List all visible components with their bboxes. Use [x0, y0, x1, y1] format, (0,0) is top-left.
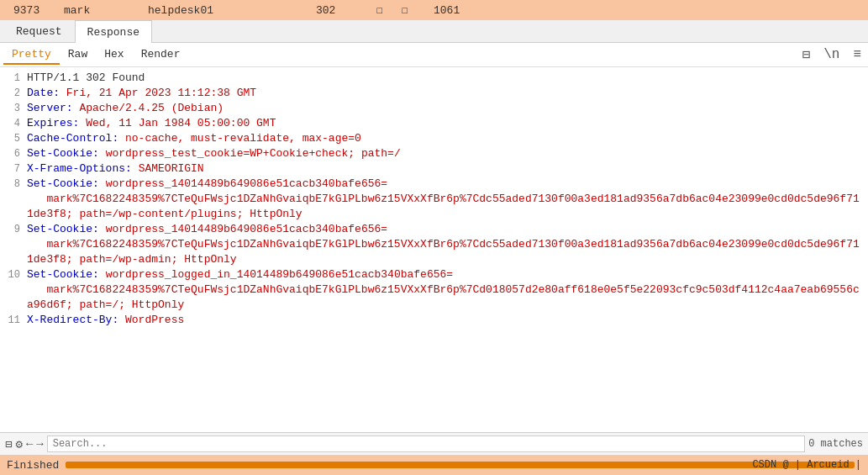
line-num-5: 5	[3, 131, 20, 146]
nav-forward-icon[interactable]: →	[36, 437, 43, 451]
line-content-7: X-Frame-Options: SAMEORIGIN	[27, 161, 865, 177]
line-num-2: 2	[3, 86, 20, 101]
subtab-render[interactable]: Render	[133, 45, 189, 65]
line-content-9: Set-Cookie: wordpress_14014489b649086e51…	[27, 222, 865, 267]
line-6: 6 Set-Cookie: wordpress_test_cookie=WP+C…	[0, 146, 868, 161]
tab-response[interactable]: Response	[75, 20, 152, 43]
line-10: 10 Set-Cookie: wordpress_logged_in_14014…	[0, 267, 868, 313]
search-input[interactable]	[47, 435, 806, 452]
line-content-8: Set-Cookie: wordpress_14014489b649086e51…	[27, 177, 865, 222]
subtab-raw[interactable]: Raw	[60, 45, 96, 65]
line-8: 8 Set-Cookie: wordpress_14014489b649086e…	[0, 177, 868, 222]
line-5: 5 Cache-Control: no-cache, must-revalida…	[0, 131, 868, 146]
status-text: Finished	[7, 459, 59, 472]
line-content-4: Expires: Wed, 11 Jan 1984 05:00:00 GMT	[27, 116, 865, 131]
request-user: mark	[57, 4, 141, 17]
line-11: 11 X-Redirect-By: WordPress	[0, 313, 868, 328]
checkbox1[interactable]: ☐	[376, 3, 402, 17]
line-num-1: 1	[3, 71, 20, 86]
status-progress-bar	[66, 462, 855, 468]
line-content-3: Server: Apache/2.4.25 (Debian)	[27, 101, 865, 116]
copy-icon-btn[interactable]: ⊟	[799, 45, 814, 65]
line-7: 7 X-Frame-Options: SAMEORIGIN	[0, 161, 868, 177]
line-content-11: X-Redirect-By: WordPress	[27, 313, 865, 328]
line-1: 1 HTTP/1.1 302 Found	[0, 71, 868, 86]
subtabs-row: Pretty Raw Hex Render ⊟ \n ≡	[0, 43, 868, 67]
response-content: 1 HTTP/1.1 302 Found 2 Date: Fri, 21 Apr…	[0, 67, 868, 432]
request-host: helpdesk01	[141, 4, 309, 17]
subtab-pretty[interactable]: Pretty	[3, 45, 60, 65]
top-bar: 9373 mark helpdesk01 302 ☐ ☐ 1061	[0, 0, 868, 20]
line-2: 2 Date: Fri, 21 Apr 2023 11:12:38 GMT	[0, 86, 868, 101]
line-content-6: Set-Cookie: wordpress_test_cookie=WP+Coo…	[27, 146, 865, 161]
subtab-hex[interactable]: Hex	[96, 45, 132, 65]
tab-request[interactable]: Request	[3, 20, 75, 42]
settings-icon[interactable]: ⚙	[15, 437, 22, 451]
line-num-4: 4	[3, 116, 20, 131]
search-matches: 0 matches	[808, 438, 863, 450]
status-right-text: CSDN @ | Arcueid |	[752, 459, 861, 471]
line-content-2: Date: Fri, 21 Apr 2023 11:12:38 GMT	[27, 86, 865, 101]
line-content-1: HTTP/1.1 302 Found	[27, 71, 865, 86]
line-num-11: 11	[3, 313, 20, 328]
status-bar: Finished CSDN @ | Arcueid |	[0, 455, 868, 475]
menu-icon-btn[interactable]: ≡	[850, 45, 865, 64]
line-4: 4 Expires: Wed, 11 Jan 1984 05:00:00 GMT	[0, 116, 868, 131]
request-size: 1061	[427, 4, 466, 17]
back-icon[interactable]: ⊟	[5, 437, 12, 451]
line-num-8: 8	[3, 177, 20, 222]
request-status: 302	[309, 4, 376, 17]
line-content-10: Set-Cookie: wordpress_logged_in_14014489…	[27, 267, 865, 313]
line-num-7: 7	[3, 161, 20, 177]
line-num-6: 6	[3, 146, 20, 161]
request-id: 9373	[7, 4, 57, 17]
line-num-3: 3	[3, 101, 20, 116]
line-9: 9 Set-Cookie: wordpress_14014489b649086e…	[0, 222, 868, 267]
line-content-5: Cache-Control: no-cache, must-revalidate…	[27, 131, 865, 146]
wrap-icon-btn[interactable]: \n	[820, 45, 843, 64]
search-bar: ⊟ ⚙ ← → 0 matches	[0, 432, 868, 455]
line-num-10: 10	[3, 267, 20, 313]
nav-back-icon[interactable]: ←	[26, 437, 33, 451]
line-3: 3 Server: Apache/2.4.25 (Debian)	[0, 101, 868, 116]
main-tabs: Request Response	[0, 20, 868, 43]
line-num-9: 9	[3, 222, 20, 267]
checkbox2[interactable]: ☐	[402, 3, 427, 17]
